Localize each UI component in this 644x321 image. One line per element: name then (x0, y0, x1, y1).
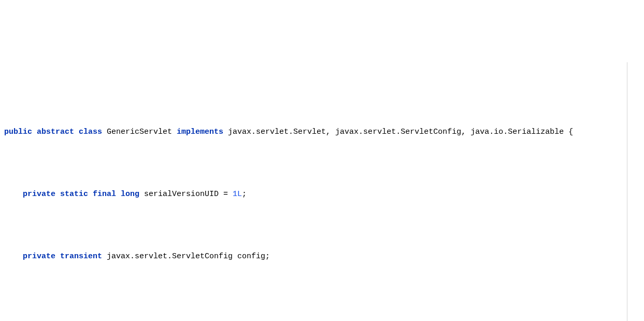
keyword: private transient (23, 249, 102, 264)
keyword: private static final long (23, 187, 139, 202)
right-margin-guide (627, 62, 627, 321)
empty-line[interactable] (0, 311, 644, 321)
keyword: public abstract class (4, 124, 102, 140)
code-text: javax.servlet.ServletConfig config; (102, 249, 270, 264)
keyword: implements (177, 124, 223, 140)
identifier: serialVersionUID = (139, 187, 233, 202)
code-line[interactable]: public abstract class GenericServlet imp… (0, 124, 644, 140)
code-line[interactable]: private static final long serialVersionU… (0, 187, 644, 202)
identifier: GenericServlet (102, 124, 177, 140)
code-editor[interactable]: public abstract class GenericServlet imp… (0, 62, 644, 321)
number-literal: 1L (233, 187, 242, 202)
code-line[interactable]: private transient javax.servlet.ServletC… (0, 249, 644, 264)
code-text: javax.servlet.Servlet, javax.servlet.Ser… (223, 124, 573, 140)
code-text: ; (242, 187, 247, 202)
